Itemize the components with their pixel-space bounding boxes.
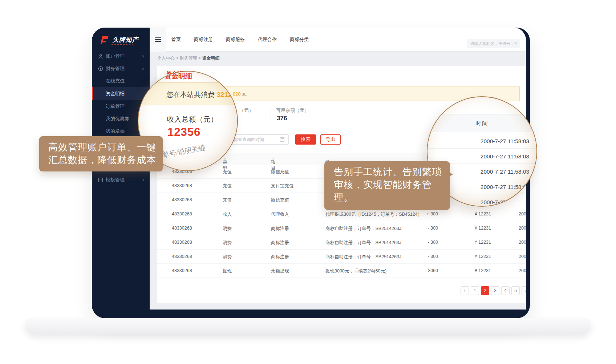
pagination-page-5[interactable]: 5 [511, 286, 520, 295]
nav-item-home[interactable]: 首页 [171, 36, 181, 43]
cell-balance: ¥ 12231 [475, 268, 491, 273]
cell-time: 2000-7-27 11:58:03 [519, 254, 526, 259]
cell-type: 收入 [223, 211, 232, 218]
sidebar-item-label: 财务管理 [106, 66, 125, 71]
notice-text: 820 元 [233, 91, 247, 97]
pagination-prev-button[interactable]: ‹ [461, 286, 469, 295]
cell-type: 消费 [223, 240, 232, 246]
breadcrumb-part[interactable]: 财务管理 [180, 56, 197, 61]
breadcrumb-sep: > [197, 56, 202, 61]
lens-income-label: 收入总额（元） [167, 115, 218, 124]
stat-divider [271, 107, 271, 122]
cell-project: 支付宝充值 [271, 183, 294, 189]
cell-time: 2000-7-27 11:58:03 [519, 211, 526, 217]
table-row: 48330268 消费 商标注册 商标自助注册，订单号：SB2514263J -… [157, 235, 526, 250]
callout-right: 告别手工统计、告别繁琐 审核，实现智能财务管 理。 [324, 161, 450, 210]
stage: 头牌知产 账户管理 ∨ 财务管理 ∧ 在线充值 资金明细 [0, 0, 616, 364]
cell-desc: 提现3000元，手续费2%(60元) [325, 268, 386, 274]
chevron-down-icon: ∨ [142, 174, 145, 186]
top-nav: 首页 商标注册 商标服务 代理合作 商标分类 [171, 28, 309, 52]
stat-balance-label: 可用余额（元） [276, 107, 309, 114]
brand-subtext [112, 44, 134, 45]
cell-type: 消费 [223, 226, 232, 232]
table-row: 48330268 消费 商标注册 商标自助注册，订单号：SB2514263J -… [157, 221, 526, 235]
cell-desc: 代理提成300元（ID:1245，订单号：SB45124） [325, 211, 422, 218]
lens-time-row: 2000-7-27 11:58:03 [438, 138, 529, 145]
stat-balance-value: 376 [277, 115, 287, 122]
chevron-down-icon: ∨ [142, 50, 145, 62]
cell-project: 代理收入 [271, 211, 289, 218]
hamburger-menu-icon[interactable] [150, 28, 166, 52]
cell-order: 48330268 [172, 240, 192, 245]
cell-type: 充值 [223, 169, 232, 175]
nav-item-agency[interactable]: 代理合作 [258, 36, 277, 43]
user-icon [98, 54, 103, 59]
breadcrumb-part[interactable]: 个人中心 [157, 56, 175, 61]
nav-item-trademark-register[interactable]: 商标注册 [194, 36, 213, 43]
cell-balance: ¥ 12231 [475, 211, 491, 217]
cell-order: 48330268 [172, 226, 192, 231]
column-header-project[interactable]: 项目∨ [271, 156, 275, 161]
sidebar-item-label: 我的优惠券 [106, 116, 129, 121]
callout-text-line: 理。 [334, 191, 450, 204]
nav-item-trademark-service[interactable]: 商标服务 [226, 36, 245, 43]
cell-project: 商标注册 [271, 226, 289, 232]
brand-logo-icon [101, 36, 109, 44]
calendar-icon[interactable] [280, 137, 284, 142]
breadcrumb-current: 资金明细 [202, 56, 219, 61]
table-row: 48330268 提现 余额提现 提现3000元，手续费2%(60元) - 30… [157, 264, 526, 278]
pagination-page-2-active[interactable]: 2 [481, 286, 489, 295]
chevron-up-icon: ∧ [142, 62, 145, 75]
lens-row-divider [427, 148, 536, 149]
notice-number: 820 [233, 91, 241, 97]
sidebar-item-label: 订单管理 [106, 104, 125, 109]
cell-amount: - 300 [428, 226, 438, 231]
sidebar-item-label: 在线充值 [106, 78, 125, 84]
sidebar-item-account[interactable]: 账户管理 ∨ [92, 50, 150, 62]
export-button[interactable]: 导出 [320, 134, 341, 145]
cell-amount: - 300 [428, 240, 438, 245]
logo[interactable]: 头牌知产 [92, 28, 150, 50]
cell-project: 微信充值 [271, 197, 289, 203]
sidebar-item-fund-detail[interactable]: 资金明细 [92, 87, 150, 100]
cell-amount: + 300 [426, 211, 438, 217]
cell-project: 商标注册 [271, 240, 289, 246]
sidebar-item-finance[interactable]: 财务管理 ∧ [92, 62, 150, 75]
cell-order: 48330268 [172, 268, 192, 273]
cell-order: 48330268 [172, 197, 192, 202]
cell-type: 提现 [223, 268, 232, 274]
table-row: 48330268 消费 商标注册 商标自助注册，订单号：SB2514263J -… [157, 250, 526, 264]
callout-text-line: 告别手工统计、告别繁琐 [334, 166, 450, 178]
lens-time-row: 2000-7-27 11:58:03 [438, 184, 529, 190]
pagination-next-button[interactable]: › [522, 286, 526, 295]
brand-title: 头牌知产 [112, 36, 138, 44]
cell-time: 2000-7-27 11:58:03 [519, 268, 526, 273]
cell-order: 48330268 [172, 254, 192, 259]
finance-icon [98, 66, 103, 71]
cell-project: 商标注册 [271, 254, 289, 260]
search-input[interactable] [467, 39, 520, 48]
pagination-page-3[interactable]: 3 [491, 286, 499, 295]
lens-income-value: 12356 [167, 126, 200, 139]
column-header-type[interactable]: 类型∨ [223, 156, 226, 161]
laptop-base [25, 318, 591, 334]
template-icon [98, 177, 103, 182]
breadcrumb-sep: > [175, 56, 180, 61]
search-button[interactable]: 搜索 [295, 134, 316, 145]
sidebar-item-label: 账户管理 [106, 53, 125, 59]
sidebar-item-online-recharge[interactable]: 在线充值 [92, 75, 150, 87]
nav-item-trademark-category[interactable]: 商标分类 [290, 36, 309, 43]
pagination-page-1[interactable]: 1 [471, 286, 479, 295]
sidebar-item-label: 模板管理 [106, 177, 125, 182]
callout-text-line: 汇总数据，降低财务成本 [48, 154, 163, 166]
cell-type: 消费 [223, 254, 232, 260]
callout-left: 高效管理账户订单、一键 汇总数据，降低财务成本 [39, 136, 163, 171]
breadcrumb: 个人中心 > 财务管理 > 资金明细 [150, 52, 526, 65]
cell-project: 余额提现 [271, 268, 289, 274]
cell-desc: 商标自助注册，订单号：SB2514263J [325, 240, 401, 246]
pagination-page-4[interactable]: 4 [501, 286, 510, 295]
sidebar-item-templates[interactable]: 模板管理 ∨ [92, 174, 150, 186]
cell-type: 充值 [223, 183, 232, 189]
cell-balance: ¥ 12231 [475, 240, 491, 245]
stat-mid-label: （元） [239, 107, 254, 114]
